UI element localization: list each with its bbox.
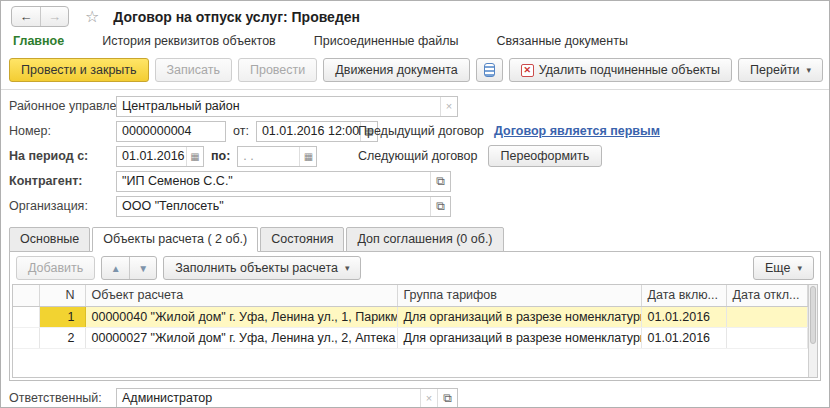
date-on-cell[interactable]: 01.01.2016 bbox=[641, 327, 726, 348]
window-header: ← → ☆ Договор на отпуск услуг: Проведен bbox=[1, 1, 829, 29]
period-from-value: 01.01.2016 bbox=[117, 147, 186, 166]
date-off-cell[interactable] bbox=[726, 306, 808, 327]
row-marker-cell bbox=[13, 327, 39, 348]
column-header-object[interactable]: Объект расчета bbox=[85, 285, 397, 306]
delete-subordinate-button[interactable]: ✕ Удалить подчиненные объекты bbox=[509, 58, 732, 82]
column-header-date-on[interactable]: Дата вклю... bbox=[641, 285, 726, 306]
fill-objects-label: Заполнить объекты расчета bbox=[175, 261, 338, 275]
district-field[interactable]: Центральный район × bbox=[116, 96, 458, 117]
post-button[interactable]: Провести bbox=[238, 58, 317, 82]
tab-states[interactable]: Состояния bbox=[260, 227, 344, 252]
fill-objects-button[interactable]: Заполнить объекты расчета ▾ bbox=[163, 256, 361, 280]
choose-icon[interactable]: ⧉ bbox=[437, 389, 457, 408]
add-row-button[interactable]: Добавить bbox=[16, 256, 95, 280]
next-contract-group: Следующий договор Переоформить bbox=[358, 145, 602, 167]
detail-tabs: Основные Объекты расчета ( 2 об.) Состоя… bbox=[1, 220, 829, 252]
date-off-cell[interactable] bbox=[726, 327, 808, 348]
object-cell[interactable]: 00000027 "Жилой дом" г. Уфа, Ленина ул.,… bbox=[85, 327, 397, 348]
calendar-icon[interactable]: ▦ bbox=[299, 147, 316, 166]
post-and-close-button[interactable]: Провести и закрыть bbox=[9, 58, 149, 82]
clear-icon[interactable]: × bbox=[440, 97, 457, 116]
responsible-row: Ответственный: Администратор × ⧉ bbox=[9, 387, 821, 408]
calendar-icon[interactable]: ▦ bbox=[186, 147, 203, 166]
save-button[interactable]: Записать bbox=[155, 58, 232, 82]
move-up-icon[interactable]: ▲ bbox=[102, 257, 129, 279]
table-more-label: Еще bbox=[765, 261, 790, 275]
chevron-down-icon: ▾ bbox=[345, 263, 350, 273]
footer-area: Ответственный: Администратор × ⧉ bbox=[1, 381, 829, 408]
section-nav: Главное История реквизитов объектов Прис… bbox=[1, 29, 829, 55]
table-header-row: N Объект расчета Группа тарифов Дата вкл… bbox=[13, 285, 808, 306]
district-row: Районное управление: Центральный район × bbox=[9, 95, 821, 117]
column-header-n[interactable]: N bbox=[39, 285, 85, 306]
register-icon bbox=[484, 63, 495, 77]
column-header-tariff-group[interactable]: Группа тарифов bbox=[397, 285, 641, 306]
chevron-down-icon: ▾ bbox=[797, 263, 802, 273]
table-more-button[interactable]: Еще ▾ bbox=[753, 256, 814, 280]
command-bar: Провести и закрыть Записать Провести Дви… bbox=[1, 55, 829, 90]
back-button[interactable]: ← bbox=[12, 7, 40, 26]
document-window: ← → ☆ Договор на отпуск услуг: Проведен … bbox=[0, 0, 830, 408]
organization-row: Организация: ООО "Теплосеть" ⧉ bbox=[9, 195, 821, 217]
next-contract-label: Следующий договор bbox=[358, 149, 478, 163]
organization-field[interactable]: ООО "Теплосеть" ⧉ bbox=[116, 196, 451, 217]
number-row: Номер: 0000000004 от: 01.01.2016 12:00:0… bbox=[9, 120, 821, 142]
date-from-value: 01.01.2016 12:00:03 bbox=[257, 122, 360, 141]
clear-icon[interactable]: × bbox=[420, 389, 437, 408]
move-row-group: ▲ ▼ bbox=[101, 256, 157, 280]
favorite-star-icon[interactable]: ☆ bbox=[85, 9, 99, 25]
period-row: На период с: 01.01.2016 ▦ по: . . ▦ След… bbox=[9, 145, 821, 167]
tariff-group-cell[interactable]: Для организаций в разрезе номенклатуры bbox=[397, 306, 641, 327]
responsible-label: Ответственный: bbox=[9, 391, 116, 405]
document-movements-button[interactable]: Движения документа bbox=[323, 58, 469, 82]
period-from-field[interactable]: 01.01.2016 ▦ bbox=[116, 146, 204, 167]
date-on-cell[interactable]: 01.01.2016 bbox=[641, 306, 726, 327]
counterparty-row: Контрагент: "ИП Семенов С.С." ⧉ bbox=[9, 170, 821, 192]
counterparty-field[interactable]: "ИП Семенов С.С." ⧉ bbox=[116, 171, 451, 192]
choose-icon[interactable]: ⧉ bbox=[430, 197, 450, 216]
period-to-field[interactable]: . . ▦ bbox=[237, 146, 317, 167]
tab-additional-agreements[interactable]: Доп соглашения (0 об.) bbox=[346, 227, 503, 252]
responsible-field[interactable]: Администратор × ⧉ bbox=[116, 388, 458, 408]
period-from-label: На период с: bbox=[9, 149, 116, 163]
row-marker-cell bbox=[13, 306, 39, 327]
responsible-value: Администратор bbox=[117, 389, 420, 408]
calculation-objects-panel: Добавить ▲ ▼ Заполнить объекты расчета ▾… bbox=[9, 251, 821, 381]
vertical-scrollbar[interactable] bbox=[808, 285, 817, 377]
previous-contract-link[interactable]: Договор является первым bbox=[494, 124, 660, 138]
row-number-cell[interactable]: 1 bbox=[39, 306, 85, 327]
nav-item-related-documents[interactable]: Связанные документы bbox=[497, 34, 628, 48]
forward-button[interactable]: → bbox=[40, 7, 68, 26]
previous-contract-label: Предыдущий договор bbox=[358, 124, 484, 138]
table-row[interactable]: 1 00000040 "Жилой дом" г. Уфа, Ленина ул… bbox=[13, 306, 808, 327]
register-records-button[interactable] bbox=[476, 58, 503, 82]
district-value: Центральный район bbox=[117, 97, 440, 116]
move-down-icon[interactable]: ▼ bbox=[129, 257, 156, 279]
delete-cross-icon: ✕ bbox=[521, 64, 534, 77]
table-row[interactable]: 2 00000027 "Жилой дом" г. Уфа, Ленина ул… bbox=[13, 327, 808, 348]
go-to-button[interactable]: Перейти ▾ bbox=[738, 58, 823, 82]
row-number-cell[interactable]: 2 bbox=[39, 327, 85, 348]
objects-table: N Объект расчета Группа тарифов Дата вкл… bbox=[13, 285, 808, 349]
object-cell[interactable]: 00000040 "Жилой дом" г. Уфа, Ленина ул.,… bbox=[85, 306, 397, 327]
previous-contract-group: Предыдущий договор Договор является перв… bbox=[358, 120, 660, 142]
number-value: 0000000004 bbox=[117, 122, 225, 141]
nav-item-attached-files[interactable]: Присоединенные файлы bbox=[314, 34, 459, 48]
tab-main[interactable]: Основные bbox=[9, 227, 90, 252]
counterparty-label: Контрагент: bbox=[9, 174, 116, 188]
organization-value: ООО "Теплосеть" bbox=[117, 197, 430, 216]
scrollbar-thumb[interactable] bbox=[810, 286, 816, 344]
number-field[interactable]: 0000000004 bbox=[116, 121, 226, 142]
nav-item-attribute-history[interactable]: История реквизитов объектов bbox=[102, 34, 276, 48]
counterparty-value: "ИП Семенов С.С." bbox=[117, 172, 430, 191]
tariff-group-cell[interactable]: Для организаций в разрезе номенклатуры bbox=[397, 327, 641, 348]
page-title: Договор на отпуск услуг: Проведен bbox=[113, 9, 360, 25]
tab-calculation-objects[interactable]: Объекты расчета ( 2 об.) bbox=[92, 227, 258, 252]
date-from-label: от: bbox=[233, 124, 249, 138]
history-nav-group: ← → bbox=[11, 6, 69, 27]
reissue-button[interactable]: Переоформить bbox=[488, 145, 603, 167]
nav-item-main[interactable]: Главное bbox=[13, 34, 64, 48]
number-label: Номер: bbox=[9, 124, 116, 138]
column-header-date-off[interactable]: Дата откл... bbox=[726, 285, 808, 306]
choose-icon[interactable]: ⧉ bbox=[430, 172, 450, 191]
